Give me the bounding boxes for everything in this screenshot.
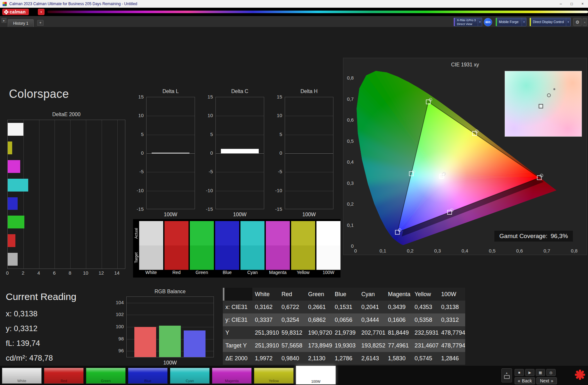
table-cell: 0,3337 bbox=[252, 313, 279, 326]
table-cell: 232,5931 bbox=[412, 326, 439, 339]
cie-x-tick: 0,2 bbox=[404, 248, 417, 253]
gamut-coverage-value: 96,3% bbox=[551, 233, 568, 240]
table-cell: 0,2041 bbox=[359, 301, 385, 313]
next-button[interactable]: Next » bbox=[536, 377, 557, 384]
gamut-coverage-box: Gamut Coverage: 96,3% bbox=[494, 231, 573, 242]
maximize-button[interactable]: □ bbox=[566, 0, 577, 8]
link-button[interactable]: ◎ bbox=[546, 369, 556, 376]
cie-y-tick: 0,6 bbox=[343, 117, 354, 123]
table-cell: 0,6722 bbox=[279, 301, 306, 313]
gridline bbox=[127, 303, 214, 303]
y-tick-label: 15 bbox=[200, 94, 213, 99]
close-button[interactable]: × bbox=[577, 0, 588, 8]
tab-history-1[interactable]: History 1 bbox=[8, 19, 34, 27]
swatch-target-red bbox=[164, 245, 189, 270]
logo-menu-dropdown[interactable]: ▼ bbox=[38, 9, 45, 15]
table-cell: 81,8449 bbox=[385, 326, 412, 339]
column-header-100w: 100W bbox=[439, 288, 465, 301]
minimize-button[interactable]: – bbox=[555, 0, 566, 8]
pattern-button-blue[interactable]: Blue bbox=[128, 368, 168, 384]
deltae-bar-green bbox=[8, 216, 24, 228]
table-cell: 1,2846 bbox=[439, 352, 465, 365]
gridline bbox=[39, 120, 39, 269]
table-cell: 193,8252 bbox=[359, 339, 385, 352]
save-button[interactable]: ▦ bbox=[536, 369, 545, 376]
column-header-white: White bbox=[252, 288, 279, 301]
table-cell: 0,2661 bbox=[306, 301, 332, 313]
pattern-button-red[interactable]: Red bbox=[44, 368, 84, 384]
deltae-chart-title: DeltaE 2000 bbox=[7, 112, 125, 117]
swatch-actual-white bbox=[139, 221, 163, 245]
deltae-x-axis: 02468101214 bbox=[0, 270, 135, 277]
y-tick-label: -10 bbox=[131, 188, 144, 193]
pattern-bar: WhiteRedGreenBlueCyanMagentaYellow100W ▲… bbox=[0, 366, 588, 385]
swatch-comparison-panel: Actual Target WhiteRedGreenBlueCyanMagen… bbox=[133, 219, 340, 278]
cie-x-tick: 0 bbox=[349, 248, 362, 253]
pattern-button-magenta[interactable]: Magenta bbox=[212, 368, 252, 384]
table-cell: 1,5830 bbox=[385, 352, 412, 365]
table-cell: 2,1130 bbox=[306, 352, 332, 365]
display-control-label: Direct Display Control bbox=[531, 20, 566, 24]
back-chevrons-icon: « bbox=[518, 378, 520, 383]
gridline bbox=[127, 315, 214, 315]
gridline bbox=[285, 191, 333, 191]
swatch-actual-yellow bbox=[291, 221, 315, 245]
table-cell: 251,3910 bbox=[252, 339, 279, 352]
play-button[interactable]: ▶ bbox=[525, 369, 534, 376]
tab-collapse-button[interactable]: ▸ bbox=[2, 18, 6, 23]
display-control-button[interactable]: Direct Display Control ▼ bbox=[530, 18, 571, 26]
gridline bbox=[216, 191, 264, 191]
table-row: y: CIE310,33370,32540,68620,06560,34440,… bbox=[223, 313, 465, 326]
swatch-label-yellow: Yellow bbox=[291, 270, 315, 275]
row-label: Y bbox=[223, 326, 252, 339]
table-row: Target Y251,391057,5658173,894919,930319… bbox=[223, 339, 465, 352]
column-header-red: Red bbox=[279, 288, 306, 301]
logo-bar: calman ▼ bbox=[0, 8, 588, 16]
rgb-bar-green bbox=[159, 326, 181, 357]
pattern-button-100w[interactable]: 100W bbox=[296, 366, 336, 384]
settings-gear-button[interactable]: ⚙ bbox=[573, 18, 582, 26]
table-cell: 0,3138 bbox=[439, 301, 465, 313]
rgb-y-tick: 100 bbox=[110, 324, 124, 329]
y-tick-label: 5 bbox=[269, 132, 282, 137]
gridline bbox=[147, 191, 195, 191]
deltae-bar-cyan bbox=[8, 179, 28, 192]
row-label: ΔE 2000 bbox=[223, 352, 252, 365]
deltae-bar-100w bbox=[8, 253, 18, 266]
pattern-button-green[interactable]: Green bbox=[86, 368, 126, 384]
table-cell: 231,4607 bbox=[412, 339, 439, 352]
play-icon: ▶ bbox=[528, 371, 531, 375]
pattern-button-cyan[interactable]: Cyan bbox=[170, 368, 210, 384]
tab-bar: ▸ History 1 + X-Rite i1Pro 3 Direct View… bbox=[0, 16, 588, 27]
exposure-badge[interactable]: 60S bbox=[484, 18, 492, 26]
cie-x-tick: 0,8 bbox=[568, 248, 581, 253]
row-label: y: CIE31 bbox=[223, 313, 252, 326]
cie-1931-panel: CIE 1931 xy 0,80,70,60,50,40,30,20,1000,… bbox=[343, 58, 587, 255]
swatch-target-100w bbox=[316, 245, 340, 270]
source-button[interactable]: Mobile Forge ▼ bbox=[496, 18, 526, 26]
deltae-bar-blue bbox=[8, 197, 18, 210]
stop-button[interactable]: ■ bbox=[515, 369, 524, 376]
cie-chart-title: CIE 1931 xy bbox=[343, 62, 587, 68]
cie-x-tick: 0,7 bbox=[541, 248, 553, 253]
back-button[interactable]: « Back bbox=[515, 377, 535, 384]
swatch-target-white bbox=[139, 245, 163, 270]
table-cell: 0,3444 bbox=[359, 313, 385, 326]
pattern-button-yellow[interactable]: Yellow bbox=[254, 368, 294, 384]
deltae-x-tick: 4 bbox=[34, 270, 44, 276]
panel-collapse-button[interactable]: ‹ bbox=[583, 18, 587, 26]
pattern-window-button[interactable]: ▲ bbox=[501, 368, 512, 382]
meter-device-button[interactable]: X-Rite i1Pro 3 Direct View ▼ bbox=[454, 18, 482, 26]
table-cell: 0,5745 bbox=[412, 352, 439, 365]
calman-logo[interactable]: calman bbox=[2, 9, 29, 15]
calman-diamond-icon bbox=[4, 9, 9, 14]
add-tab-button[interactable]: + bbox=[37, 20, 44, 26]
y-tick-label: 0 bbox=[269, 150, 282, 156]
table-cell: 59,8312 bbox=[279, 326, 306, 339]
column-header-magenta: Magenta bbox=[385, 288, 412, 301]
swatch-target-blue bbox=[215, 245, 239, 270]
gridline bbox=[216, 172, 264, 172]
pattern-button-white[interactable]: White bbox=[2, 368, 42, 384]
table-cell: 0,5358 bbox=[412, 313, 439, 326]
rainbow-stripe bbox=[47, 11, 588, 13]
